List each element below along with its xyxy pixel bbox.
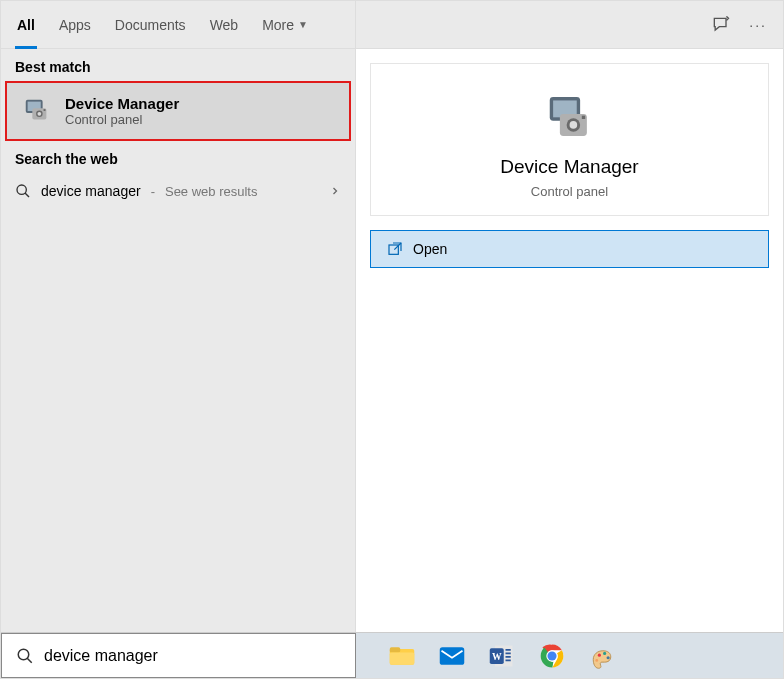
caret-down-icon: ▼ bbox=[298, 19, 308, 30]
tab-apps[interactable]: Apps bbox=[47, 1, 103, 49]
svg-text:W: W bbox=[492, 650, 502, 661]
category-tabs: All Apps Documents Web More ▼ bbox=[1, 1, 355, 49]
left-results-panel: All Apps Documents Web More ▼ Best match bbox=[1, 1, 356, 632]
svg-rect-13 bbox=[581, 116, 584, 119]
svg-line-7 bbox=[25, 193, 29, 197]
best-match-text: Device Manager Control panel bbox=[65, 95, 179, 127]
svg-point-4 bbox=[37, 112, 41, 116]
svg-rect-5 bbox=[44, 109, 46, 111]
web-search-hint: See web results bbox=[165, 184, 258, 199]
tab-more[interactable]: More ▼ bbox=[250, 1, 320, 49]
best-match-subtitle: Control panel bbox=[65, 112, 179, 127]
tab-more-label: More bbox=[262, 17, 294, 33]
more-options-icon[interactable]: ··· bbox=[749, 17, 767, 33]
svg-point-34 bbox=[607, 656, 610, 659]
search-input[interactable] bbox=[44, 647, 341, 665]
search-box[interactable] bbox=[1, 633, 356, 678]
tab-web[interactable]: Web bbox=[198, 1, 251, 49]
svg-line-17 bbox=[27, 658, 32, 663]
svg-rect-20 bbox=[390, 652, 415, 664]
taskbar-paint-icon[interactable] bbox=[586, 640, 618, 672]
preview-panel: ··· Device Manager Control panel bbox=[356, 1, 783, 632]
svg-rect-21 bbox=[440, 647, 465, 665]
preview-app-icon bbox=[543, 92, 597, 146]
taskbar-chrome-icon[interactable] bbox=[536, 640, 568, 672]
taskbar-word-icon[interactable]: W bbox=[486, 640, 518, 672]
best-match-result[interactable]: Device Manager Control panel bbox=[5, 81, 351, 141]
taskbar-mail-icon[interactable] bbox=[436, 640, 468, 672]
chevron-right-icon bbox=[329, 185, 341, 197]
svg-rect-19 bbox=[390, 647, 401, 652]
bottom-bar: W bbox=[1, 632, 783, 678]
svg-rect-28 bbox=[506, 659, 511, 661]
web-search-result[interactable]: device manager - See web results bbox=[1, 173, 355, 209]
device-manager-icon bbox=[21, 95, 53, 127]
svg-point-6 bbox=[17, 185, 26, 194]
feedback-icon[interactable] bbox=[711, 15, 731, 35]
open-icon bbox=[387, 241, 403, 257]
preview-subtitle: Control panel bbox=[531, 184, 608, 199]
svg-point-12 bbox=[569, 121, 577, 129]
taskbar: W bbox=[356, 633, 783, 678]
svg-point-16 bbox=[18, 649, 29, 660]
header-actions: ··· bbox=[356, 1, 783, 49]
svg-rect-27 bbox=[506, 656, 511, 658]
best-match-title: Device Manager bbox=[65, 95, 179, 112]
section-best-match: Best match bbox=[1, 49, 355, 81]
search-icon bbox=[15, 183, 31, 199]
preview-card: Device Manager Control panel bbox=[370, 63, 769, 216]
svg-rect-25 bbox=[506, 649, 511, 651]
open-button[interactable]: Open bbox=[370, 230, 769, 268]
svg-point-32 bbox=[598, 653, 601, 656]
tab-documents[interactable]: Documents bbox=[103, 1, 198, 49]
svg-point-31 bbox=[547, 651, 556, 660]
open-label: Open bbox=[413, 241, 447, 257]
tab-all[interactable]: All bbox=[5, 1, 47, 49]
section-search-web: Search the web bbox=[1, 141, 355, 173]
svg-point-33 bbox=[603, 651, 606, 654]
taskbar-file-explorer-icon[interactable] bbox=[386, 640, 418, 672]
search-icon bbox=[16, 647, 34, 665]
svg-rect-26 bbox=[506, 652, 511, 654]
svg-line-15 bbox=[394, 243, 401, 250]
svg-point-35 bbox=[595, 658, 598, 661]
web-search-query: device manager bbox=[41, 183, 141, 199]
web-hint-prefix: - bbox=[151, 184, 155, 199]
preview-title: Device Manager bbox=[500, 156, 638, 178]
